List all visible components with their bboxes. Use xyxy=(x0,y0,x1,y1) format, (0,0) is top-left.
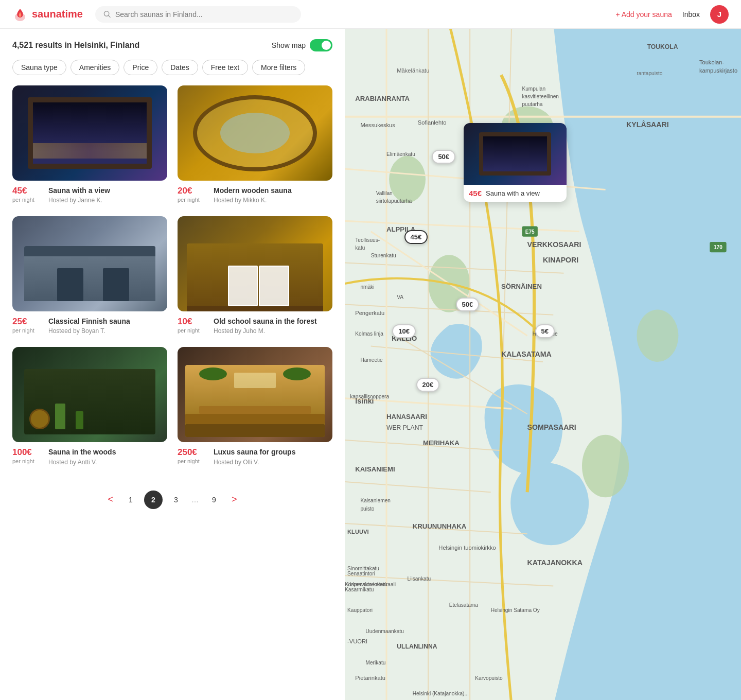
map-marker-5[interactable]: 5€ xyxy=(535,324,555,338)
logo[interactable]: saunatime xyxy=(12,7,83,22)
listing-price-1: 45€ xyxy=(12,186,43,196)
map-marker-10[interactable]: 10€ xyxy=(392,324,416,338)
map-popup-price: 45€ xyxy=(469,189,482,198)
listing-per-night-5: per night xyxy=(12,458,43,464)
svg-text:KAISANIEMI: KAISANIEMI xyxy=(355,465,395,473)
listing-per-night-3: per night xyxy=(12,327,43,334)
listing-title-5: Sauna in the woods xyxy=(48,447,116,457)
show-map-toggle: Show map xyxy=(272,39,332,51)
page-button-1[interactable]: 1 xyxy=(121,491,140,509)
filter-free-text[interactable]: Free text xyxy=(202,60,248,75)
listing-image-6 xyxy=(178,347,332,442)
pagination: < 1 2 3 … 9 > xyxy=(12,482,332,517)
svg-text:Merikatu: Merikatu xyxy=(366,660,386,666)
right-panel: E75 170 Mäkelänkatu ARABIANRANTA TOUKOLA… xyxy=(345,29,741,700)
svg-text:MERIHAKA: MERIHAKA xyxy=(423,439,460,447)
svg-text:WER PLANT: WER PLANT xyxy=(386,424,423,431)
svg-text:Kasarmikatu: Kasarmikatu xyxy=(345,587,374,592)
svg-text:SÖRNÄINEN: SÖRNÄINEN xyxy=(501,283,542,290)
filter-price[interactable]: Price xyxy=(123,60,157,75)
svg-text:siirtolapuutarha: siirtolapuutarha xyxy=(376,198,412,204)
svg-text:E75: E75 xyxy=(525,229,535,235)
map-marker-50-1[interactable]: 50€ xyxy=(432,150,455,164)
svg-text:Kaisaniemen: Kaisaniemen xyxy=(360,498,391,503)
svg-text:katu: katu xyxy=(355,245,365,251)
listing-image-5 xyxy=(12,347,167,442)
svg-text:lsinki: lsinki xyxy=(355,397,374,405)
filter-sauna-type[interactable]: Sauna type xyxy=(12,60,66,75)
add-sauna-button[interactable]: + Add your sauna xyxy=(615,10,672,19)
map-marker-50-2[interactable]: 50€ xyxy=(456,297,480,311)
main-container: 4,521 results in Helsinki, Finland Show … xyxy=(0,29,741,700)
svg-text:VA: VA xyxy=(397,294,403,300)
filter-more-filters[interactable]: More filters xyxy=(252,60,305,75)
svg-text:170: 170 xyxy=(714,244,722,250)
search-bar[interactable] xyxy=(95,6,301,23)
listing-card-4[interactable]: 10€ per night Old school sauna in the fo… xyxy=(178,216,332,335)
listing-price-4: 10€ xyxy=(178,317,208,327)
svg-text:Hämeetie: Hämeetie xyxy=(360,357,383,363)
listing-card-6[interactable]: 250€ per night Luxus sauna for groups Ho… xyxy=(178,347,332,465)
logo-text-sauna: sauna xyxy=(32,8,62,20)
page-button-3[interactable]: 3 xyxy=(167,491,185,509)
svg-text:puutarha: puutarha xyxy=(522,101,542,107)
listing-image-2 xyxy=(178,85,332,181)
results-count: 4,521 results in Helsinki, Finland xyxy=(12,41,139,50)
next-page-button[interactable]: > xyxy=(227,494,241,505)
search-input[interactable] xyxy=(115,10,293,19)
filter-dates[interactable]: Dates xyxy=(162,60,198,75)
logo-text: saunatime xyxy=(32,8,83,20)
map-popup[interactable]: 45€ Sauna with a view xyxy=(464,123,567,202)
svg-text:Eteläsatama: Eteläsatama xyxy=(449,602,479,608)
map-marker-45[interactable]: 45€ xyxy=(404,230,428,244)
listing-card-3[interactable]: 25€ per night Classical Finnish sauna Ho… xyxy=(12,216,167,335)
prev-page-button[interactable]: < xyxy=(103,494,117,505)
listing-host-2: Hosted by Mikko K. xyxy=(214,197,292,204)
filter-amenities[interactable]: Amenities xyxy=(70,60,119,75)
svg-text:Uudenmaankatu: Uudenmaankatu xyxy=(366,628,404,634)
listing-info-6: 250€ per night Luxus sauna for groups Ho… xyxy=(178,447,332,465)
inbox-link[interactable]: Inbox xyxy=(682,10,700,19)
listing-card-1[interactable]: 45€ per night Sauna with a view Hosted b… xyxy=(12,85,167,204)
map-popup-title: Sauna with a view xyxy=(486,189,540,197)
logo-flame-icon xyxy=(12,7,28,22)
header: saunatime + Add your sauna Inbox J xyxy=(0,0,741,29)
page-button-9[interactable]: 9 xyxy=(205,491,223,509)
map-container[interactable]: E75 170 Mäkelänkatu ARABIANRANTA TOUKOLA… xyxy=(345,29,741,700)
svg-text:Korkeavuorenkatu: Korkeavuorenkatu xyxy=(345,582,387,587)
svg-point-7 xyxy=(582,435,629,498)
listings-grid: 45€ per night Sauna with a view Hosted b… xyxy=(12,85,332,466)
listing-image-3 xyxy=(12,216,167,311)
svg-text:KYLÅSAARI: KYLÅSAARI xyxy=(626,120,669,129)
page-ellipsis: … xyxy=(189,496,201,504)
svg-text:kasvitieteellinen: kasvitieteellinen xyxy=(522,94,558,99)
page-button-2[interactable]: 2 xyxy=(144,491,163,509)
svg-text:Kolmas linja: Kolmas linja xyxy=(355,331,383,337)
svg-text:Helsingin Satama Oy: Helsingin Satama Oy xyxy=(491,607,540,613)
listing-price-2: 20€ xyxy=(178,186,208,196)
svg-text:Messukeskus: Messukeskus xyxy=(360,122,395,128)
svg-text:Pengerkatu: Pengerkatu xyxy=(355,310,384,316)
avatar[interactable]: J xyxy=(710,5,729,24)
show-map-switch[interactable] xyxy=(310,39,332,51)
svg-text:KATAJANOKKA: KATAJANOKKA xyxy=(527,558,583,567)
svg-point-5 xyxy=(389,156,426,203)
listing-host-3: Hosteed by Boyan T. xyxy=(48,327,130,335)
svg-text:-VUORI: -VUORI xyxy=(347,638,367,644)
listing-price-5: 100€ xyxy=(12,447,43,458)
svg-text:VERKKOSAARI: VERKKOSAARI xyxy=(527,240,581,249)
svg-text:Sofianlehto: Sofianlehto xyxy=(418,119,447,126)
listing-per-night-4: per night xyxy=(178,327,208,334)
svg-text:Sturenkatu: Sturenkatu xyxy=(371,253,396,258)
listing-per-night-1: per night xyxy=(12,197,43,203)
listing-info-1: 45€ per night Sauna with a view Hosted b… xyxy=(12,186,167,204)
listing-title-2: Modern wooden sauna xyxy=(214,186,292,195)
svg-text:KALASATAMA: KALASATAMA xyxy=(501,350,552,358)
listing-card-2[interactable]: 20€ per night Modern wooden sauna Hosted… xyxy=(178,85,332,204)
map-marker-20[interactable]: 20€ xyxy=(416,378,440,392)
listing-card-5[interactable]: 100€ per night Sauna in the woods Hosted… xyxy=(12,347,167,465)
listing-price-3: 25€ xyxy=(12,317,43,327)
svg-text:Sinornittakatu: Sinornittakatu xyxy=(347,566,379,571)
svg-text:rantapuisto: rantapuisto xyxy=(637,71,662,76)
listing-price-6: 250€ xyxy=(178,447,208,458)
